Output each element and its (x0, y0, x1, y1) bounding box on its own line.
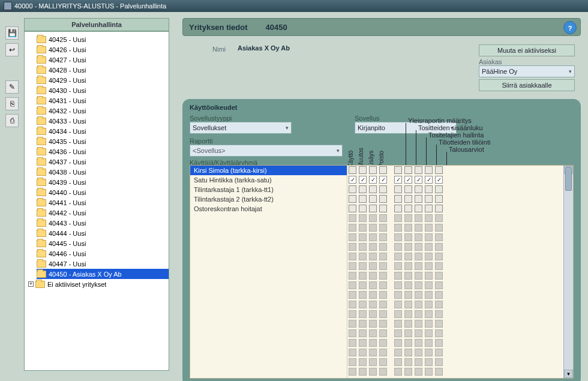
user-row[interactable]: Kirsi Simola (tarkka-kirsi) (190, 166, 347, 175)
tree-item[interactable]: 40428 - Uusi (37, 65, 169, 75)
permission-checkbox[interactable] (415, 166, 422, 174)
tree-item[interactable]: 40436 - Uusi (37, 146, 169, 157)
tree-item[interactable]: 40450 - Asiakas X Oy Ab (37, 269, 169, 279)
permission-checkbox[interactable] (435, 185, 443, 193)
tree-item[interactable]: 40431 - Uusi (37, 95, 169, 106)
scroll-down-icon[interactable]: ▼ (564, 370, 573, 378)
permission-checkbox[interactable] (404, 166, 412, 174)
permission-checkbox[interactable] (394, 195, 402, 203)
permission-checkbox[interactable] (425, 205, 433, 212)
permission-checkbox[interactable] (425, 176, 433, 184)
permission-checkbox[interactable] (359, 166, 367, 174)
permission-checkbox[interactable] (415, 176, 422, 184)
permission-checkbox (415, 262, 422, 270)
tree-item[interactable]: 40447 - Uusi (37, 259, 169, 269)
permission-checkbox (379, 329, 387, 337)
tree-item[interactable]: 40437 - Uusi (37, 157, 169, 167)
permissions-grid: Kirsi Simola (tarkka-kirsi)Satu Hintikka… (190, 165, 574, 379)
user-row[interactable]: Ostoreskontran hoitajat (190, 204, 347, 214)
expand-icon[interactable]: + (28, 281, 34, 287)
permission-checkbox[interactable] (349, 166, 356, 174)
user-row[interactable]: Tilintarkastaja 1 (tarkka-tt1) (190, 185, 347, 194)
permission-checkbox[interactable] (425, 166, 433, 174)
tree-item[interactable]: 40432 - Uusi (37, 106, 169, 116)
tree-item[interactable]: 40430 - Uusi (37, 85, 169, 95)
tool-icon-1[interactable]: ✎ (5, 80, 19, 94)
tree-item[interactable]: 40440 - Uusi (37, 187, 169, 197)
tree-item[interactable]: 40446 - Uusi (37, 248, 169, 259)
permission-checkbox[interactable] (394, 176, 402, 184)
permission-checkbox[interactable] (425, 195, 433, 203)
tree-item[interactable]: 40425 - Uusi (37, 34, 169, 44)
permission-checkbox[interactable] (359, 176, 367, 184)
tree-item[interactable]: 40438 - Uusi (37, 167, 169, 177)
permission-checkbox[interactable] (379, 205, 387, 212)
tree-item[interactable]: 40433 - Uusi (37, 116, 169, 126)
transfer-button[interactable]: Siirrä asiakkaalle (479, 79, 575, 91)
tree-item[interactable]: 40439 - Uusi (37, 177, 169, 187)
permission-checkbox[interactable] (394, 205, 402, 212)
permission-checkbox[interactable] (379, 195, 387, 203)
tool-icon-3[interactable]: ⎙ (5, 114, 19, 127)
permission-checkbox[interactable] (369, 185, 377, 193)
user-row[interactable]: Tilintarkastaja 2 (tarkka-tt2) (190, 194, 347, 204)
permission-checkbox[interactable] (369, 176, 377, 184)
permission-checkbox[interactable] (425, 185, 433, 193)
permission-checkbox[interactable] (359, 195, 367, 203)
permission-checkbox[interactable] (369, 195, 377, 203)
permission-checkbox[interactable] (435, 205, 443, 212)
permission-checkbox[interactable] (349, 205, 356, 212)
deactivate-button[interactable]: Muuta ei aktiiviseksi (479, 44, 575, 56)
user-row[interactable]: Satu Hintikka (tarkka-satu) (190, 175, 347, 185)
permission-checkbox[interactable] (404, 176, 412, 184)
folder-icon (37, 189, 46, 196)
permission-checkbox[interactable] (435, 195, 443, 203)
permission-checkbox[interactable] (435, 166, 443, 174)
permission-checkbox[interactable] (415, 205, 422, 212)
customer-select[interactable]: PääHine Oy (479, 65, 575, 77)
tree-item[interactable]: 40441 - Uusi (37, 197, 169, 208)
tree-item[interactable]: 40434 - Uusi (37, 126, 169, 136)
permission-checkbox[interactable] (404, 185, 412, 193)
tree-item[interactable]: 40442 - Uusi (37, 208, 169, 218)
permission-checkbox[interactable] (435, 176, 443, 184)
tree-item[interactable]: 40429 - Uusi (37, 75, 169, 85)
tree-item[interactable]: 40444 - Uusi (37, 228, 169, 238)
permission-checkbox[interactable] (379, 185, 387, 193)
company-tree[interactable]: 40425 - Uusi40426 - Uusi40427 - Uusi4042… (24, 31, 169, 371)
permission-checkbox[interactable] (404, 205, 412, 212)
folder-icon (37, 128, 46, 135)
tree-item-inactive[interactable]: +Ei aktiiviset yritykset (28, 279, 169, 289)
help-button[interactable]: ? (563, 21, 577, 34)
tool-icon-2[interactable]: ⎘ (5, 97, 19, 110)
permission-checkbox[interactable] (369, 205, 377, 212)
permission-checkbox[interactable] (349, 195, 356, 203)
permission-checkbox[interactable] (379, 176, 387, 184)
back-icon[interactable]: ↩ (5, 43, 19, 56)
permission-checkbox[interactable] (349, 176, 356, 184)
tree-item[interactable]: 40443 - Uusi (37, 218, 169, 228)
tree-item[interactable]: 40435 - Uusi (37, 136, 169, 146)
permission-checkbox (394, 329, 402, 337)
report-select[interactable]: <Sovellus>▾ (190, 145, 343, 157)
permission-checkbox (425, 262, 433, 270)
tree-item[interactable]: 40427 - Uusi (37, 55, 169, 65)
apptype-label: Sovellustyyppi (190, 115, 343, 122)
permission-checkbox[interactable] (369, 166, 377, 174)
save-icon[interactable]: 💾 (5, 26, 19, 40)
apptype-select[interactable]: Sovellukset (190, 122, 292, 134)
permission-checkbox (435, 329, 443, 337)
permission-checkbox[interactable] (359, 205, 367, 212)
permission-checkbox[interactable] (379, 166, 387, 174)
permission-checkbox[interactable] (404, 195, 412, 203)
permission-checkbox[interactable] (359, 185, 367, 193)
permission-checkbox[interactable] (394, 166, 402, 174)
grid-scrollbar[interactable]: ▲ ▼ (563, 166, 573, 378)
permission-checkbox[interactable] (415, 195, 422, 203)
tree-item[interactable]: 40426 - Uusi (37, 44, 169, 55)
permission-checkbox[interactable] (394, 185, 402, 193)
permission-checkbox[interactable] (349, 185, 356, 193)
tree-item[interactable]: 40445 - Uusi (37, 238, 169, 248)
permission-checkbox[interactable] (415, 185, 422, 193)
scroll-thumb[interactable] (565, 167, 572, 191)
